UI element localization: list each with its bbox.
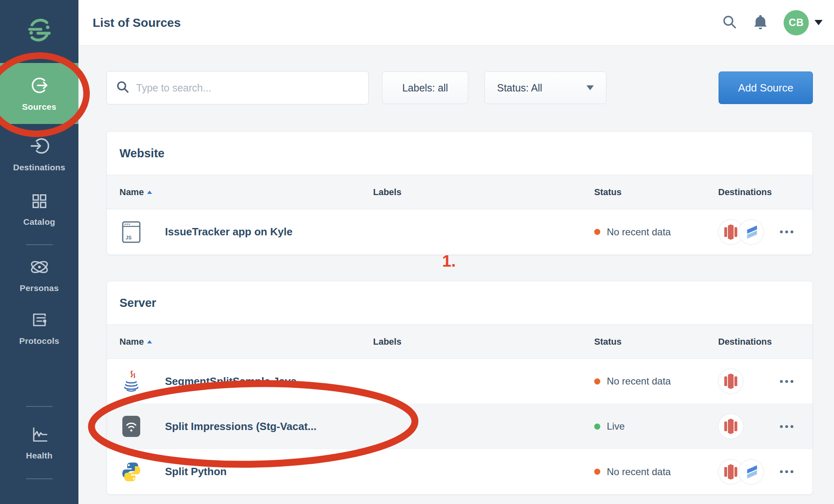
status-filter-dropdown[interactable]: Status: All	[484, 72, 606, 104]
sidebar-item-label: Destinations	[13, 163, 65, 172]
table-header-row: Name Labels Status Destinations	[107, 324, 812, 359]
top-bar: List of Sources CB	[78, 0, 834, 46]
website-section-card: Website Name Labels Status Destinations	[106, 131, 813, 255]
segment-logo[interactable]	[27, 15, 52, 46]
python-source-icon	[119, 461, 143, 483]
row-menu-ellipsis-icon[interactable]	[776, 466, 797, 477]
column-header-labels: Labels	[373, 187, 594, 198]
sidebar-item-personas[interactable]: Personas	[0, 256, 78, 295]
health-chart-icon	[30, 425, 49, 446]
redshift-destination-icon[interactable]	[718, 414, 743, 439]
status-cell: Live	[594, 421, 718, 432]
status-text: Live	[607, 421, 625, 432]
column-header-destinations: Destinations	[718, 187, 800, 198]
search-icon	[722, 14, 737, 31]
sidebar-divider	[26, 478, 53, 479]
destinations-icon	[29, 136, 50, 158]
http-api-source-icon	[119, 415, 143, 438]
sidebar-item-label: Health	[26, 451, 52, 461]
status-dot-warning	[594, 469, 600, 475]
status-cell: No recent data	[594, 466, 718, 478]
sql-destination-icon[interactable]	[738, 219, 764, 245]
table-header-row: Name Labels Status Destinations	[107, 175, 812, 209]
column-header-name[interactable]: Name	[119, 187, 373, 198]
status-text: No recent data	[607, 226, 671, 238]
status-cell: No recent data	[594, 226, 718, 238]
sidebar-item-destinations[interactable]: Destinations	[0, 135, 78, 174]
status-filter-label: Status: All	[497, 82, 542, 94]
bell-icon	[753, 14, 768, 31]
search-input[interactable]	[136, 82, 359, 94]
sources-icon	[29, 75, 50, 97]
search-icon	[116, 80, 130, 96]
status-text: No recent data	[607, 376, 671, 387]
main-content: Labels: all Status: All Add Source Websi…	[78, 46, 834, 504]
column-header-labels: Labels	[373, 337, 594, 347]
account-menu[interactable]: CB	[784, 10, 823, 35]
sql-destination-icon[interactable]	[738, 459, 764, 484]
status-dot-warning	[594, 229, 600, 235]
column-header-name[interactable]: Name	[119, 337, 373, 347]
source-name-link[interactable]: SegmentSplitSample Java	[165, 375, 297, 388]
row-menu-ellipsis-icon[interactable]	[776, 376, 797, 387]
status-dot-warning	[594, 378, 600, 385]
catalog-icon	[30, 192, 49, 212]
sidebar-item-label: Sources	[22, 102, 56, 112]
table-row[interactable]: JS IssueTracker app on Kyle No recent da…	[107, 209, 812, 254]
sort-ascending-icon	[147, 340, 152, 343]
search-box[interactable]	[106, 71, 369, 104]
svg-text:JS: JS	[126, 235, 132, 241]
source-name-link[interactable]: Split Python	[165, 465, 227, 478]
row-menu-ellipsis-icon[interactable]	[776, 226, 797, 237]
source-name-link[interactable]: Split Impressions (Stg-Vacat...	[165, 420, 317, 433]
sidebar: Sources Destinations Catalog	[0, 0, 78, 504]
section-title: Server	[107, 281, 812, 324]
sidebar-item-label: Catalog	[23, 217, 55, 227]
status-text: No recent data	[607, 466, 671, 478]
column-header-destinations: Destinations	[718, 337, 800, 347]
status-dot-live	[594, 424, 600, 430]
server-section-card: Server Name Labels Status Destinations	[106, 281, 813, 495]
table-row[interactable]: Split Python No recent data	[107, 449, 812, 494]
sort-ascending-icon	[147, 191, 152, 194]
redshift-destination-icon[interactable]	[718, 369, 743, 394]
chevron-down-icon	[814, 20, 823, 25]
sidebar-divider	[26, 406, 53, 407]
toolbar: Labels: all Status: All Add Source	[106, 71, 813, 104]
sidebar-item-catalog[interactable]: Catalog	[0, 191, 78, 228]
protocols-icon	[30, 310, 49, 331]
java-source-icon	[119, 369, 143, 393]
sidebar-item-label: Protocols	[19, 336, 59, 346]
sidebar-item-label: Personas	[20, 283, 59, 293]
chevron-down-icon	[586, 85, 594, 90]
global-search-button[interactable]	[722, 14, 737, 31]
status-cell: No recent data	[594, 376, 718, 387]
page-title: List of Sources	[93, 16, 181, 30]
sidebar-divider	[26, 244, 53, 245]
column-header-status: Status	[594, 337, 718, 347]
labels-filter-button[interactable]: Labels: all	[382, 72, 468, 104]
add-source-button[interactable]: Add Source	[719, 72, 813, 104]
javascript-source-icon: JS	[119, 221, 143, 243]
avatar[interactable]: CB	[784, 10, 809, 35]
sidebar-item-protocols[interactable]: Protocols	[0, 309, 78, 347]
notifications-button[interactable]	[753, 14, 768, 31]
table-row[interactable]: Split Impressions (Stg-Vacat... Live	[107, 404, 812, 449]
section-title: Website	[107, 132, 812, 175]
table-row[interactable]: SegmentSplitSample Java No recent data	[107, 359, 812, 404]
row-menu-ellipsis-icon[interactable]	[776, 421, 797, 432]
source-name-link[interactable]: IssueTracker app on Kyle	[165, 226, 293, 238]
sidebar-item-health[interactable]: Health	[0, 424, 78, 461]
sidebar-item-sources[interactable]: Sources	[0, 63, 78, 124]
personas-icon	[29, 257, 50, 278]
column-header-status: Status	[594, 187, 718, 198]
